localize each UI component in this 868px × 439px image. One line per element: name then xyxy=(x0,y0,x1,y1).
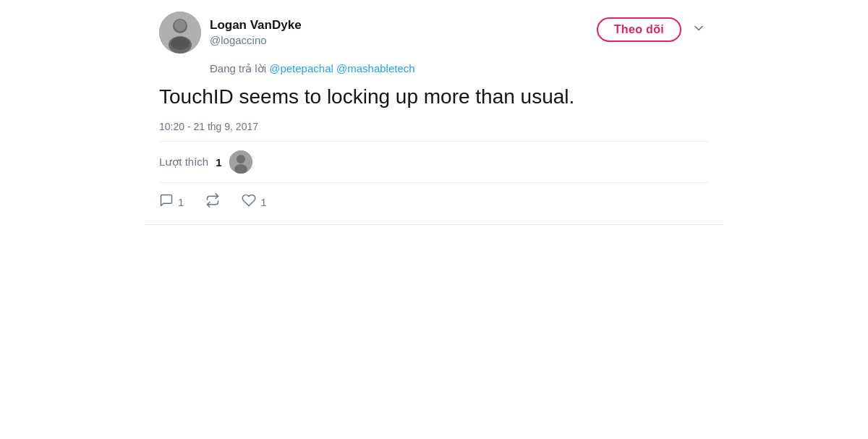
reply-count: 1 xyxy=(178,196,184,208)
tweet-body: TouchID seems to locking up more than us… xyxy=(159,82,709,111)
follow-button[interactable]: Theo dõi xyxy=(597,17,681,42)
reply-action[interactable]: 1 xyxy=(159,193,184,211)
retweet-action[interactable] xyxy=(205,193,220,211)
likes-label: Lượt thích xyxy=(159,155,208,169)
tweet-card: Logan VanDyke @logaccino Theo dõi Đang t… xyxy=(145,0,723,225)
user-handle: @logaccino xyxy=(210,33,302,48)
svg-point-6 xyxy=(237,155,245,163)
svg-point-4 xyxy=(174,20,186,31)
likes-count: 1 xyxy=(216,156,221,169)
tweet-header-left: Logan VanDyke @logaccino xyxy=(159,12,302,54)
reply-icon xyxy=(159,193,174,211)
svg-point-3 xyxy=(171,37,190,50)
like-icon xyxy=(242,193,256,211)
chevron-svg xyxy=(692,21,706,35)
reply-mention-1[interactable]: @petepachal xyxy=(269,62,333,74)
tweet-timestamp: 10:20 - 21 thg 9, 2017 xyxy=(159,121,709,132)
liker-avatar[interactable] xyxy=(229,150,252,174)
header-right: Theo dõi xyxy=(597,17,709,42)
reply-mention-2[interactable]: @mashabletech xyxy=(336,62,415,74)
like-action[interactable]: 1 xyxy=(242,193,266,211)
avatar[interactable] xyxy=(159,12,201,54)
liker-avatar-svg xyxy=(229,150,252,174)
user-info: Logan VanDyke @logaccino xyxy=(210,17,302,48)
reply-to: Đang trả lời @petepachal @mashabletech xyxy=(210,62,709,75)
tweet-header: Logan VanDyke @logaccino Theo dõi xyxy=(159,12,709,54)
likes-section: Lượt thích 1 xyxy=(159,142,709,183)
like-count: 1 xyxy=(260,196,266,208)
retweet-icon xyxy=(205,193,220,211)
user-name: Logan VanDyke xyxy=(210,17,302,33)
reply-prefix: Đang trả lời xyxy=(210,62,266,74)
chevron-down-icon[interactable] xyxy=(689,18,709,42)
actions-section: 1 1 xyxy=(159,183,709,216)
